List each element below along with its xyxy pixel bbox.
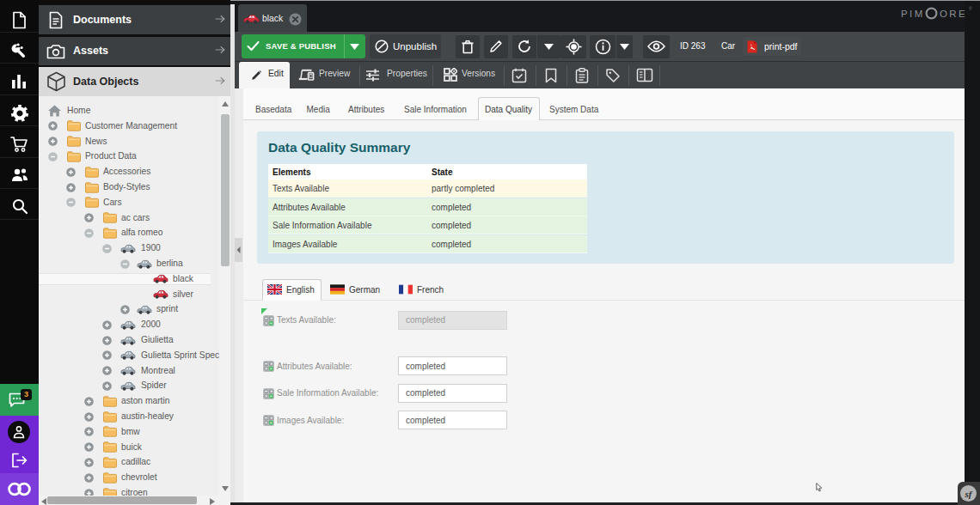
svg-text:sf: sf — [965, 489, 973, 499]
